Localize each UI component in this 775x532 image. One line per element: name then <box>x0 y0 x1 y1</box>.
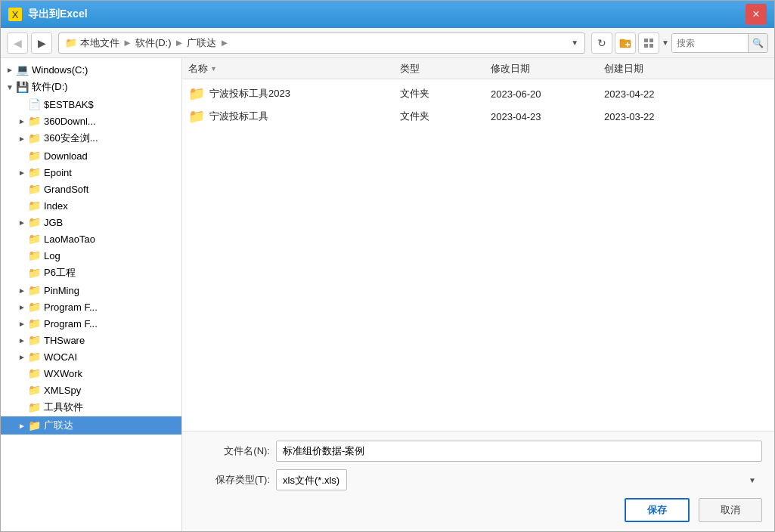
expand-icon-360safe[interactable]: ► <box>16 132 28 144</box>
sidebar-item-pinming[interactable]: ► 📁 PinMing <box>1 282 181 298</box>
col-modified[interactable]: 修改日期 <box>491 62 604 76</box>
back-button[interactable]: ◀ <box>7 32 28 54</box>
table-row[interactable]: 📁 宁波投标工具 文件夹 2023-04-23 2023-03-22 <box>182 105 774 128</box>
expand-icon-log <box>16 249 28 261</box>
sidebar-item-grandsoft[interactable]: 📁 GrandSoft <box>1 181 181 197</box>
sidebar-label-programf1: Program F... <box>44 302 98 313</box>
breadcrumb[interactable]: 📁 本地文件 ► 软件(D:) ► 广联达 ► ▼ <box>58 32 585 54</box>
sidebar-label-download: Download <box>44 150 88 162</box>
filetype-label: 保存类型(T): <box>194 473 270 487</box>
folder-icon-programf1: 📁 <box>28 301 41 313</box>
expand-icon-guanglianda[interactable]: ► <box>16 419 28 431</box>
expand-icon-pinming[interactable]: ► <box>16 284 28 296</box>
view-button[interactable] <box>638 32 659 54</box>
expand-icon-index <box>16 200 28 212</box>
dialog-icon: X <box>8 8 22 21</box>
folder-icon-log: 📁 <box>28 249 41 261</box>
sidebar-item-programf2[interactable]: ► 📁 Program F... <box>1 315 181 332</box>
svg-rect-4 <box>644 39 648 42</box>
sidebar-label-p6: P6工程 <box>44 266 76 280</box>
sidebar-item-guanglianda[interactable]: ► 📁 广联达 <box>1 416 181 435</box>
expand-icon-thsware[interactable]: ► <box>16 334 28 346</box>
col-name[interactable]: 名称 ▼ <box>188 62 400 76</box>
view-dropdown-icon[interactable]: ▼ <box>662 39 669 47</box>
folder-icon: 📁 <box>65 37 77 48</box>
sidebar-label-wocai: WOCAI <box>44 351 77 363</box>
folder-icon-grandsoft: 📁 <box>28 183 41 195</box>
sidebar-label-log: Log <box>44 250 60 261</box>
svg-rect-6 <box>644 44 648 48</box>
sidebar-item-log[interactable]: 📁 Log <box>1 247 181 264</box>
sidebar-item-tools[interactable]: 📁 工具软件 <box>1 398 181 416</box>
col-created[interactable]: 创建日期 <box>604 62 768 76</box>
cancel-button[interactable]: 取消 <box>699 498 762 522</box>
button-row: 保存 取消 <box>194 498 762 522</box>
filetype-select[interactable]: xls文件(*.xls) <box>276 469 347 490</box>
file-list: 📁 宁波投标工具2023 文件夹 2023-06-20 2023-04-22 📁… <box>182 79 774 431</box>
file-created-0: 2023-04-22 <box>604 88 768 100</box>
sidebar: ► 💻 Windows(C:) ▼ 💾 软件(D:) ► 📄 $ESTBAK$ … <box>1 58 182 531</box>
sidebar-item-index[interactable]: 📁 Index <box>1 197 181 214</box>
expand-icon-epoint[interactable]: ► <box>16 166 28 178</box>
breadcrumb-part-1: 软件(D:) <box>135 36 172 50</box>
filename-row: 文件名(N): <box>194 441 762 462</box>
folder-icon-360downl: 📁 <box>28 115 41 127</box>
filetype-row: 保存类型(T): xls文件(*.xls) ▼ <box>194 469 762 490</box>
sidebar-label-epoint: Epoint <box>44 167 72 178</box>
search-input[interactable] <box>672 34 748 52</box>
close-button[interactable]: × <box>746 4 767 25</box>
expand-icon-jgb[interactable]: ► <box>16 216 28 228</box>
folder-icon-pinming: 📁 <box>28 284 41 296</box>
search-button[interactable]: 🔍 <box>748 33 767 53</box>
folder-icon-estbak: 📄 <box>28 98 41 110</box>
expand-icon-windows-c[interactable]: ► <box>4 63 16 76</box>
breadcrumb-dropdown[interactable]: ▼ <box>571 39 578 47</box>
folder-icon-guanglianda: 📁 <box>28 419 41 431</box>
expand-icon-wocai[interactable]: ► <box>16 351 28 363</box>
sidebar-item-360safe[interactable]: ► 📁 360安全浏... <box>1 129 181 147</box>
expand-icon-tools <box>16 401 28 413</box>
sidebar-item-thsware[interactable]: ► 📁 THSware <box>1 332 181 348</box>
sidebar-label-thsware: THSware <box>44 335 85 346</box>
sidebar-item-epoint[interactable]: ► 📁 Epoint <box>1 164 181 181</box>
file-name-0: 📁 宁波投标工具2023 <box>188 85 400 102</box>
breadcrumb-part-0: 本地文件 <box>80 36 119 50</box>
title-bar: X 导出到Excel × <box>1 1 774 28</box>
sidebar-item-windows-c[interactable]: ► 💻 Windows(C:) <box>1 61 181 78</box>
forward-button[interactable]: ▶ <box>31 32 52 54</box>
expand-icon-xmlspy <box>16 384 28 396</box>
sidebar-item-wxwork[interactable]: 📁 WXWork <box>1 365 181 382</box>
expand-icon-360downl[interactable]: ► <box>16 115 28 127</box>
select-dropdown-icon: ▼ <box>749 476 756 484</box>
filename-input[interactable] <box>276 441 762 462</box>
sidebar-label-xmlspy: XMLSpy <box>44 385 81 396</box>
folder-icon-thsware: 📁 <box>28 334 41 346</box>
sidebar-item-download[interactable]: 📁 Download <box>1 147 181 164</box>
new-folder-button[interactable] <box>615 32 636 54</box>
sidebar-item-estbak[interactable]: ► 📄 $ESTBAK$ <box>1 96 181 113</box>
sidebar-item-360downl[interactable]: ► 📁 360Downl... <box>1 113 181 129</box>
expand-icon-laomaoatao <box>16 233 28 245</box>
sidebar-item-laomaoatao[interactable]: 📁 LaoMaoTao <box>1 230 181 247</box>
expand-icon-programf1[interactable]: ► <box>16 301 28 313</box>
sidebar-label-grandsoft: GrandSoft <box>44 184 88 195</box>
svg-rect-7 <box>649 44 653 48</box>
folder-icon-jgb: 📁 <box>28 216 41 228</box>
sidebar-item-p6[interactable]: 📁 P6工程 <box>1 264 181 282</box>
expand-icon-programf2[interactable]: ► <box>16 317 28 329</box>
folder-icon-laomaoatao: 📁 <box>28 233 41 245</box>
refresh-button[interactable]: ↻ <box>591 32 612 54</box>
col-type[interactable]: 类型 <box>400 62 491 76</box>
sidebar-item-programf1[interactable]: ► 📁 Program F... <box>1 298 181 315</box>
save-button[interactable]: 保存 <box>625 498 690 522</box>
sidebar-label-windows-c: Windows(C:) <box>32 64 88 76</box>
sidebar-item-jgb[interactable]: ► 📁 JGB <box>1 214 181 230</box>
expand-icon-software-d[interactable]: ▼ <box>4 81 16 93</box>
sidebar-label-programf2: Program F... <box>44 318 98 329</box>
sidebar-item-wocai[interactable]: ► 📁 WOCAI <box>1 348 181 365</box>
sidebar-item-xmlspy[interactable]: 📁 XMLSpy <box>1 382 181 398</box>
table-row[interactable]: 📁 宁波投标工具2023 文件夹 2023-06-20 2023-04-22 <box>182 82 774 105</box>
sidebar-item-software-d[interactable]: ▼ 💾 软件(D:) <box>1 78 181 96</box>
main-area: 名称 ▼ 类型 修改日期 创建日期 📁 宁波投标工具2023 <box>182 58 774 531</box>
sidebar-label-tools: 工具软件 <box>44 401 83 414</box>
